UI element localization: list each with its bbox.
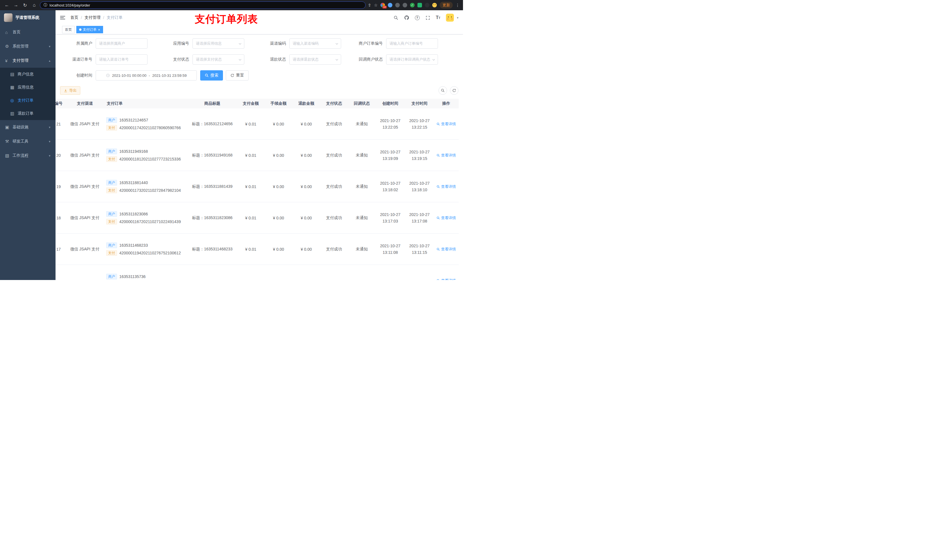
tab-pay-order[interactable]: 支付订单 × [76,26,103,33]
help-icon[interactable]: ? [415,15,420,20]
action-cell: 查看详情 [434,278,459,280]
sidebar-item-infra[interactable]: ▣ 基础设施 ▾ [0,120,56,134]
pay-time-cell: 2021-10-27 13:11:15 [405,243,434,255]
bookmark-star-icon[interactable]: ☆ [374,3,378,8]
pay-order-cell: 商户 1635311881440 支付 42000011732021102728… [103,178,188,195]
extension-icon[interactable] [418,3,422,8]
product-title-cell: 标题：1635312124656 [188,122,237,127]
view-detail-link[interactable]: 查看详情 [437,122,456,127]
create-time-cell: 2021-10-27 13:11:08 [375,243,405,255]
sidebar-item-pay[interactable]: ¥ 支付管理 ▴ [0,53,56,68]
github-icon[interactable] [404,15,409,20]
browser-home-button[interactable]: ⌂ [31,2,38,9]
pay-status-cell: 支付成功 [320,184,348,189]
search-button[interactable]: 搜索 [200,70,223,80]
fee-amount-cell: ¥ 0.00 [264,153,293,158]
column-header: 商品标题 [188,101,237,106]
channel-order-no-input[interactable]: 请输入渠道订单号 [96,54,147,65]
field-label: 创建时间 [60,73,96,78]
column-header: 回调状态 [348,101,375,106]
pay-channel-cell: 微信 JSAPI 支付 [67,247,103,252]
channel-transaction-no: 4200001174202110278060590766 [119,125,181,130]
sidebar-item-devtool[interactable]: ⚒ 研发工具 ▾ [0,134,56,148]
sidebar-item-refund-order[interactable]: ▥ 退款订单 [0,107,56,120]
breadcrumb-home[interactable]: 首页 [70,15,78,20]
action-cell: 查看详情 [434,122,459,127]
tab-home[interactable]: 首页 [62,26,75,33]
font-size-icon[interactable]: TT [436,15,440,20]
top-navbar: 首页 / 支付管理 / 支付订单 支付订单列表 ? TT [56,10,463,25]
extension-icon[interactable]: 10 [380,3,385,8]
extension-icon[interactable] [402,3,407,8]
sidebar-item-merchant-info[interactable]: ▤ 商户信息 [0,68,56,81]
app-filter-select[interactable]: 请选择应用信息 [192,38,244,49]
toggle-search-button[interactable] [439,86,447,95]
extension-icon[interactable] [395,3,400,8]
table-row: 20 微信 JSAPI 支付 商户 1635311949168 支付 42000… [56,140,459,171]
view-detail-link[interactable]: 查看详情 [437,216,456,220]
action-cell: 查看详情 [434,184,459,189]
view-detail-link[interactable]: 查看详情 [437,153,456,158]
create-time-range-picker[interactable]: 2021-10-01 00:00:00 - 2021-10-31 23:59:5… [96,70,197,80]
browser-reload-button[interactable]: ↻ [22,2,29,9]
sidebar-item-app-info[interactable]: ▦ 应用信息 [0,81,56,94]
fullscreen-icon[interactable] [425,15,430,20]
hamburger-icon[interactable] [60,16,65,20]
view-detail-link[interactable]: 查看详情 [437,247,456,252]
channel-code-select[interactable]: 请输入渠道编码 [289,38,341,49]
extension-icon[interactable] [388,3,392,8]
browser-update-button[interactable]: 更新 [440,2,453,9]
sidebar-item-label: 研发工具 [12,139,29,144]
address-bar[interactable]: ⓘ localhost:1024/pay/order [40,2,366,9]
site-info-icon[interactable]: ⓘ [44,3,47,8]
export-button[interactable]: 导出 [60,86,80,95]
order-id-cell: 20 [56,153,67,158]
channel-transaction-no: 4200001181202110277723215336 [119,157,181,162]
notify-status-cell: 未通知 [348,184,375,189]
sidebar-item-pay-order[interactable]: ◎ 支付订单 [0,94,56,107]
close-tab-icon[interactable]: × [98,27,100,32]
refresh-table-button[interactable] [450,86,458,95]
extension-icon[interactable]: ✓ [410,3,415,8]
app-title: 芋道管理系统 [15,15,39,20]
merchant-tag: 商户 [106,148,117,154]
merchant-order-no: 1635312124657 [119,118,148,122]
browser-back-button[interactable]: ← [3,2,10,9]
pay-status-select[interactable]: 请选择支付状态 [192,54,244,65]
notify-status-select[interactable]: 请选择订单回调商户状态 [386,54,438,65]
order-id-cell: 17 [56,247,67,252]
avatar[interactable] [446,14,454,22]
column-header: 支付时间 [405,101,434,106]
table-toolbar: 导出 [56,86,463,95]
avatar-caret-icon[interactable]: ▾ [457,16,458,20]
table-row: 商户 163531135736 支付 查看详情 [56,265,459,280]
app-logo[interactable]: 芋道管理系统 [0,10,56,25]
column-header: 编号 [56,101,67,106]
order-id-cell: 21 [56,122,67,126]
infra-icon: ▣ [5,125,12,130]
share-icon[interactable]: ⇧ [368,3,371,8]
browser-menu-icon[interactable]: ⋮ [455,3,460,8]
pay-status-cell: 支付成功 [320,216,348,220]
refund-status-select[interactable]: 请选择退款状态 [289,54,341,65]
sidebar-item-workflow[interactable]: ▧ 工作流程 ▾ [0,148,56,163]
sidebar-item-system[interactable]: ⚙ 系统管理 ▾ [0,39,56,53]
reset-button[interactable]: 重置 [226,70,248,80]
extension-icon[interactable] [432,3,437,8]
product-title-cell: 标题：1635311823086 [188,216,237,220]
breadcrumb-pay[interactable]: 支付管理 [85,15,100,20]
column-header: 支付渠道 [67,101,103,106]
browser-forward-button[interactable]: → [12,2,20,9]
date-start: 2021-10-01 00:00:00 [112,73,147,78]
tags-view: 首页 支付订单 × [56,25,463,35]
view-detail-link[interactable]: 查看详情 [437,278,456,280]
search-icon[interactable] [393,15,398,20]
sidebar-item-home[interactable]: ⌂ 首页 [0,25,56,39]
pay-amount-cell: ¥ 0.01 [237,122,264,126]
merchant-filter-input[interactable]: 请选择所属商户 [96,38,147,49]
pay-order-cell: 商户 1635311468233 支付 42000011942021102767… [103,240,188,258]
merchant-order-no-input[interactable]: 请输入商户订单编号 [386,38,438,49]
merchant-order-no: 1635311949168 [119,149,148,154]
view-detail-link[interactable]: 查看详情 [437,184,456,189]
extension-icon[interactable] [425,3,430,8]
